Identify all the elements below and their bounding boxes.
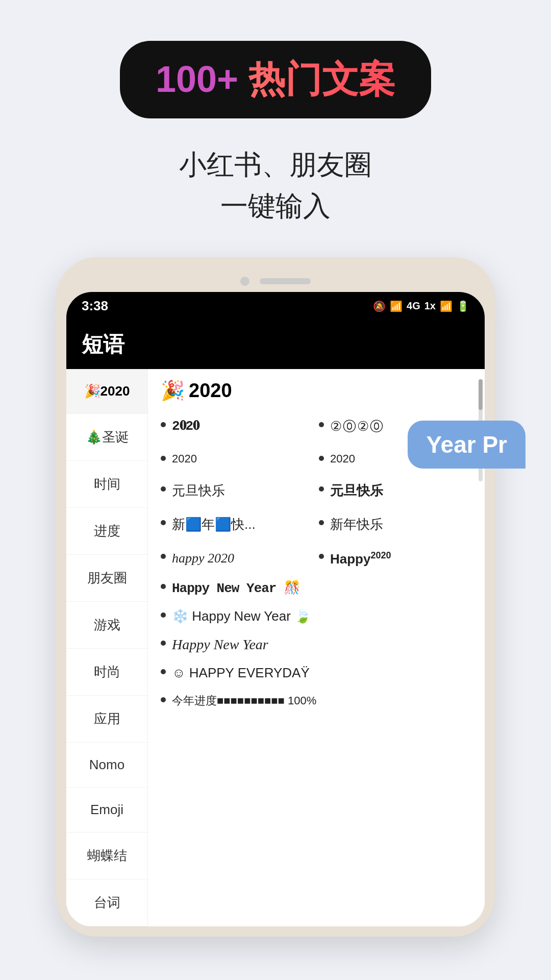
bullet-icon xyxy=(161,584,166,589)
item-text-happy-cursive: Happy New Year xyxy=(172,636,268,653)
bullet-icon xyxy=(161,612,166,618)
sidebar-item-moments[interactable]: 朋友圈 xyxy=(66,555,147,602)
phone-camera xyxy=(240,277,249,286)
subtitle-line2: 一键输入 xyxy=(179,185,372,227)
bullet-icon xyxy=(161,520,166,525)
status-icons: 🔕 📶 4G 1x 📶 🔋 xyxy=(373,300,469,312)
content-emoji: 🎉 xyxy=(161,379,185,402)
sidebar-item-2020[interactable]: 🎉2020 xyxy=(66,369,147,414)
list-item[interactable]: Happy New Year 🎊 xyxy=(161,574,472,602)
network-label: 4G xyxy=(407,300,420,312)
item-text-2020-style1: 2𝟎2𝟎 xyxy=(172,418,199,435)
subtitle-line1: 小红书、朋友圈 xyxy=(179,144,372,185)
phone-screen: 3:38 🔕 📶 4G 1x 📶 🔋 短语 🎉2020 xyxy=(66,292,485,926)
sidebar-item-fashion[interactable]: 时尚 xyxy=(66,649,147,696)
subtitle: 小红书、朋友圈 一键输入 xyxy=(179,144,372,227)
wifi-icon: 📶 xyxy=(390,300,403,312)
item-text-happy-new-year-emoji: Happy New Year 🎊 xyxy=(172,580,299,596)
signal-icon: 📶 xyxy=(440,300,453,312)
item-text-yuandan1: 元旦快乐 xyxy=(172,482,225,500)
mute-icon: 🔕 xyxy=(373,300,386,312)
list-item[interactable]: 新🟦年🟦快... xyxy=(161,510,314,540)
status-bar: 3:38 🔕 📶 4G 1x 📶 🔋 xyxy=(66,292,485,320)
list-item[interactable]: Happy2020 xyxy=(319,544,472,574)
sidebar-item-game[interactable]: 游戏 xyxy=(66,602,147,649)
bullet-icon xyxy=(161,697,166,702)
list-item[interactable]: ☺ HAPPY EVERYDAŸ xyxy=(161,659,472,687)
bullet-icon xyxy=(161,422,166,427)
tooltip-bubble: Year Pr xyxy=(408,421,525,469)
list-item[interactable]: 2020 xyxy=(161,446,314,473)
item-text-happy-bold: Happy2020 xyxy=(330,550,391,568)
bullet-icon xyxy=(161,554,166,559)
item-text-2020-small2: 2020 xyxy=(330,452,355,467)
phone-top-bar xyxy=(66,267,485,292)
sidebar: 🎉2020 🎄圣诞 时间 进度 朋友圈 游戏 时尚 应用 Nomo Emoji … xyxy=(66,369,148,926)
scrollbar-thumb xyxy=(479,379,483,410)
app-title: 短语 xyxy=(82,332,124,356)
sidebar-item-nomo[interactable]: Nomo xyxy=(66,743,147,788)
item-text-happy-everyday: ☺ HAPPY EVERYDAŸ xyxy=(172,665,310,681)
app-header: 短语 xyxy=(66,320,485,369)
badge-text: 热门文案 xyxy=(248,59,395,100)
sidebar-item-christmas[interactable]: 🎄圣诞 xyxy=(66,414,147,461)
list-item[interactable]: happy 2020 xyxy=(161,544,314,574)
sidebar-item-app[interactable]: 应用 xyxy=(66,696,147,743)
badge-number: 100+ xyxy=(156,59,238,100)
item-text-happy-snowflake: ❄️ Happy New Year 🍃 xyxy=(172,608,311,624)
bullet-icon xyxy=(161,486,166,492)
bullet-icon xyxy=(161,456,166,461)
content-year: 2020 xyxy=(189,380,232,402)
list-item[interactable]: 2𝟎2𝟎 xyxy=(161,412,314,442)
item-text-2020-small1: 2020 xyxy=(172,452,197,467)
item-text-happy-italic: happy 2020 xyxy=(172,550,234,567)
list-item[interactable]: 今年进度■■■■■■■■■■ 100% xyxy=(161,687,472,715)
sidebar-item-progress[interactable]: 进度 xyxy=(66,508,147,555)
battery-icon: 🔋 xyxy=(457,300,469,312)
phone-speaker xyxy=(260,278,311,284)
bullet-icon xyxy=(319,554,324,559)
item-text-progress: 今年进度■■■■■■■■■■ 100% xyxy=(172,693,316,708)
item-text-2020-circled: ②⓪②⓪ xyxy=(330,418,384,435)
bullet-icon xyxy=(319,422,324,427)
sidebar-item-time[interactable]: 时间 xyxy=(66,461,147,508)
tooltip-text: Year Pr xyxy=(426,431,507,458)
item-text-newyear-box: 新🟦年🟦快... xyxy=(172,516,256,533)
bullet-icon xyxy=(161,669,166,674)
list-item[interactable]: 元旦快乐 xyxy=(319,476,472,506)
top-badge: 100+ 热门文案 xyxy=(120,41,431,118)
item-text-newyear2: 新年快乐 xyxy=(330,516,383,533)
sidebar-item-lines[interactable]: 台词 xyxy=(66,879,147,926)
bullet-icon xyxy=(161,641,166,646)
item-text-yuandan2: 元旦快乐 xyxy=(330,482,383,500)
phone-outer: 3:38 🔕 📶 4G 1x 📶 🔋 短语 🎉2020 xyxy=(56,257,495,937)
bullet-icon xyxy=(319,520,324,525)
bullet-icon xyxy=(319,486,324,492)
sidebar-item-emoji[interactable]: Emoji xyxy=(66,788,147,832)
phone-mockup: 3:38 🔕 📶 4G 1x 📶 🔋 短语 🎉2020 xyxy=(56,257,495,937)
list-item[interactable]: 新年快乐 xyxy=(319,510,472,540)
bullet-icon xyxy=(319,456,324,461)
list-item[interactable]: Happy New Year xyxy=(161,630,472,659)
list-item[interactable]: 元旦快乐 xyxy=(161,476,314,506)
content-title: 🎉 2020 xyxy=(161,379,472,402)
network-label2: 1x xyxy=(424,300,436,312)
status-time: 3:38 xyxy=(82,298,108,314)
sidebar-item-bow[interactable]: 蝴蝶结 xyxy=(66,832,147,879)
list-item[interactable]: ❄️ Happy New Year 🍃 xyxy=(161,602,472,630)
